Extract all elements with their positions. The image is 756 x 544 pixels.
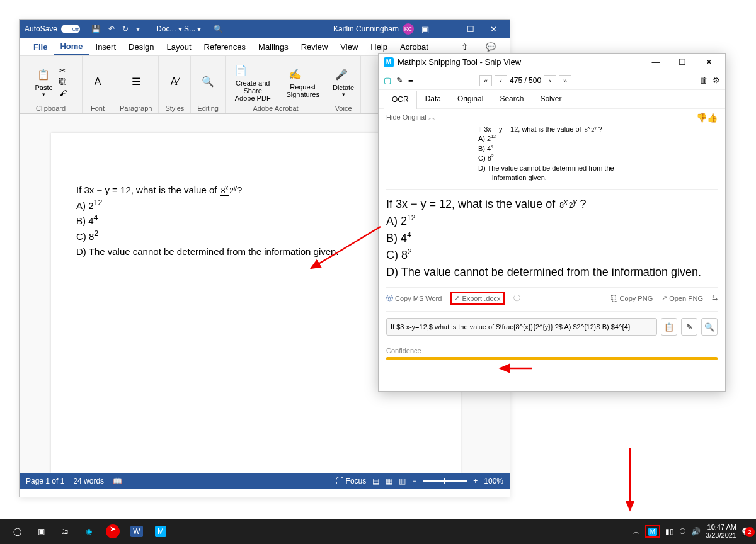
start-button[interactable]: ◯ [5, 521, 29, 541]
redo-icon[interactable]: ↻ [122, 25, 129, 33]
font-icon[interactable]: A [89, 73, 106, 91]
dictate-icon[interactable]: 🎤 [333, 66, 350, 84]
print-layout-icon[interactable]: ▦ [386, 477, 392, 485]
notifications-icon[interactable]: 💬2 [742, 527, 751, 536]
tab-help[interactable]: Help [364, 40, 394, 54]
paragraph-icon[interactable]: ☰ [127, 73, 145, 91]
zoom-out-button[interactable]: − [412, 477, 416, 485]
mp-minimize-button[interactable]: — [644, 57, 667, 67]
user-area[interactable]: Kaitlin Cunningham KC [333, 23, 414, 35]
ribbon-options-icon[interactable]: ▣ [414, 25, 437, 34]
word-taskbar-icon[interactable]: W [125, 521, 149, 541]
nav-next-button[interactable]: › [544, 75, 556, 86]
mp-close-button[interactable]: ✕ [697, 57, 720, 67]
volume-icon[interactable]: 🔊 [691, 527, 701, 536]
toggle-switch[interactable]: Off [61, 25, 80, 33]
thumbs-down-icon[interactable]: 👎 [696, 113, 707, 123]
mp-maximize-button[interactable]: ☐ [671, 57, 694, 67]
settings-icon[interactable]: ⚙ [713, 76, 720, 85]
export-docx-button[interactable]: ↗Export .docx [450, 292, 504, 305]
confidence-bar [386, 357, 718, 360]
web-layout-icon[interactable]: ▥ [399, 477, 406, 485]
autosave-toggle[interactable]: AutoSave Off [25, 25, 80, 33]
zoom-level[interactable]: 100% [484, 477, 503, 485]
tab-original[interactable]: Original [449, 90, 491, 108]
search-icon[interactable]: 🔍 [214, 25, 223, 33]
undo-icon[interactable]: ↶ [108, 25, 115, 33]
tab-search[interactable]: Search [491, 90, 532, 108]
snip-navigator: « ‹ 475 / 500 › » [479, 75, 571, 86]
word-count[interactable]: 24 words [73, 477, 104, 485]
copy-icon[interactable]: ⿻ [59, 77, 67, 86]
page-count[interactable]: Page 1 of 1 [26, 477, 64, 485]
menu-icon[interactable]: ≡ [408, 76, 413, 85]
tab-review[interactable]: Review [295, 40, 335, 54]
focus-button[interactable]: ⛶ Focus [336, 477, 366, 485]
copy-latex-icon[interactable]: 📋 [661, 318, 677, 336]
read-mode-icon[interactable]: ▤ [372, 477, 379, 485]
nav-first-button[interactable]: « [479, 75, 492, 86]
spellcheck-icon[interactable]: 📖 [113, 477, 122, 485]
create-pdf-icon[interactable]: 📄 [232, 62, 249, 79]
confidence-label: Confidence [386, 347, 718, 354]
delete-icon[interactable]: 🗑 [699, 76, 707, 85]
tab-references[interactable]: References [198, 40, 252, 54]
edit-latex-icon[interactable]: ✎ [681, 318, 697, 336]
mathpix-tray-icon[interactable]: M [645, 525, 660, 538]
battery-icon[interactable]: ▮▯ [665, 527, 674, 536]
copy-icon: ⿻ [611, 295, 618, 302]
tab-view[interactable]: View [334, 40, 364, 54]
search-latex-icon[interactable]: 🔍 [701, 318, 718, 336]
snip-screen-icon[interactable]: ▢ [384, 76, 391, 85]
styles-icon[interactable]: A⁄ [166, 73, 183, 91]
editing-icon[interactable]: 🔍 [199, 73, 217, 91]
task-view-icon[interactable]: ▣ [29, 521, 53, 541]
taskbar-clock[interactable]: 10:47 AM 3/23/2021 [706, 523, 736, 540]
autosave-label: AutoSave [25, 25, 57, 33]
export-bar: ⓦCopy MS Word ↗Export .docx ⓘ ⿻Copy PNG … [386, 287, 718, 312]
thumbs-up-icon[interactable]: 👍 [707, 113, 718, 123]
paste-button[interactable]: 📋 Paste ▾ [35, 66, 52, 98]
open-icon: ↗ [662, 294, 667, 302]
latex-input[interactable] [386, 318, 657, 336]
tab-file[interactable]: File [27, 40, 54, 54]
comments-icon[interactable]: 💬 [479, 40, 502, 54]
open-png-button[interactable]: ↗Open PNG [662, 294, 703, 302]
more-options-icon[interactable]: ⇆ [712, 294, 718, 302]
word-icon: ⓦ [386, 293, 393, 303]
hide-original-toggle[interactable]: Hide Original ︿ [386, 113, 718, 122]
tab-layout[interactable]: Layout [161, 40, 198, 54]
mathpix-title: Mathpix Snipping Tool - Snip View [398, 57, 521, 67]
save-icon[interactable]: 💾 [91, 25, 101, 33]
wifi-icon[interactable]: ⚆ [679, 527, 686, 536]
format-painter-icon[interactable]: 🖌 [59, 89, 67, 98]
tab-ocr[interactable]: OCR [384, 91, 417, 109]
tab-acrobat[interactable]: Acrobat [394, 40, 435, 54]
minimize-button[interactable]: — [437, 25, 459, 34]
edit-icon[interactable]: ✎ [396, 76, 403, 85]
tab-data[interactable]: Data [417, 90, 449, 108]
app-icon-1[interactable]: ◉ [77, 521, 101, 541]
tray-expand-icon[interactable]: ︿ [633, 526, 640, 537]
copy-ms-word-button[interactable]: ⓦCopy MS Word [386, 293, 442, 303]
cut-icon[interactable]: ✂ [59, 66, 67, 75]
help-icon[interactable]: ⓘ [513, 293, 520, 303]
nav-last-button[interactable]: » [559, 75, 571, 86]
tab-design[interactable]: Design [122, 40, 160, 54]
app-icon-2[interactable]: ➤ [101, 521, 125, 541]
file-explorer-icon[interactable]: 🗂 [53, 521, 77, 541]
maximize-button[interactable]: ☐ [459, 25, 482, 34]
copy-png-button[interactable]: ⿻Copy PNG [611, 295, 653, 302]
tab-solver[interactable]: Solver [532, 90, 570, 108]
customize-qat-icon[interactable]: ▾ [136, 25, 140, 33]
tab-insert[interactable]: Insert [89, 40, 123, 54]
close-button[interactable]: ✕ [482, 25, 505, 34]
mathpix-taskbar-icon[interactable]: M [149, 521, 173, 541]
nav-prev-button[interactable]: ‹ [495, 75, 507, 86]
share-icon[interactable]: ⇧ [455, 40, 474, 54]
signature-icon[interactable]: ✍ [286, 65, 304, 83]
zoom-slider[interactable] [423, 480, 467, 482]
tab-home[interactable]: Home [54, 39, 89, 55]
zoom-in-button[interactable]: + [473, 477, 478, 485]
tab-mailings[interactable]: Mailings [252, 40, 295, 54]
